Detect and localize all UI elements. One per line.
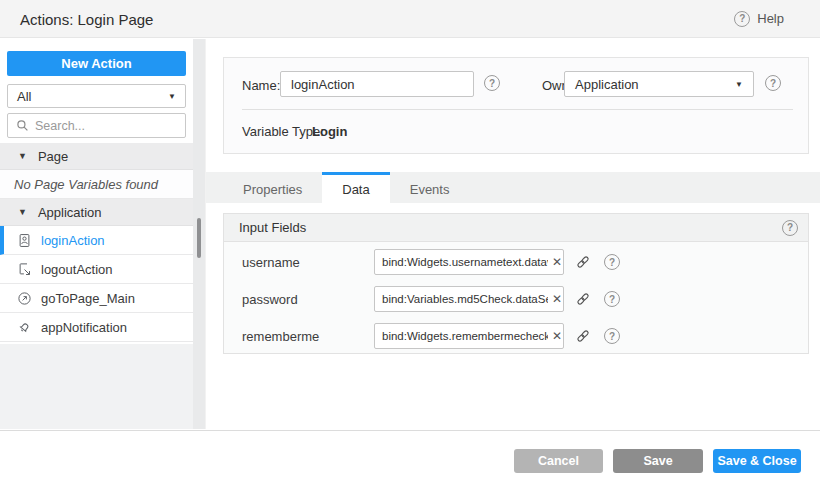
- field-label: rememberme: [242, 329, 374, 344]
- name-input[interactable]: [280, 71, 474, 97]
- sidebar-scrollbar-thumb[interactable]: [197, 218, 201, 258]
- variables-sidebar: New Action All ▼ ▼ Page No Page Variable…: [0, 39, 193, 429]
- save-button[interactable]: Save: [613, 449, 703, 473]
- input-fields-header: Input Fields ?: [224, 214, 808, 242]
- field-help-icon[interactable]: ?: [604, 254, 620, 270]
- search-input[interactable]: [35, 119, 177, 133]
- bind-link-icon[interactable]: [575, 291, 591, 307]
- page-title: Actions: Login Page: [20, 10, 153, 27]
- bind-link-icon[interactable]: [575, 328, 591, 344]
- dialog-header: Actions: Login Page ? Help: [0, 0, 820, 38]
- sidebar-item-logoutaction[interactable]: logoutAction: [0, 255, 193, 284]
- tree-group-application-label: Application: [38, 205, 102, 220]
- input-fields-body: username ✕ ? password: [224, 242, 808, 349]
- logout-action-icon: [17, 262, 32, 277]
- clear-binding-icon[interactable]: ✕: [550, 255, 564, 269]
- chevron-down-icon: ▼: [735, 80, 743, 89]
- input-fields-help-icon[interactable]: ?: [782, 220, 798, 236]
- notification-icon: [17, 320, 32, 335]
- scope-filter-select[interactable]: All ▼: [7, 84, 186, 108]
- login-action-icon: [17, 233, 32, 248]
- field-row-password: password ✕ ?: [224, 286, 808, 312]
- input-fields-panel: Input Fields ? username ✕: [223, 213, 809, 354]
- chevron-down-icon: ▼: [168, 92, 176, 101]
- tree-group-page[interactable]: ▼ Page: [0, 143, 193, 170]
- field-row-rememberme: rememberme ✕ ?: [224, 323, 808, 349]
- sidebar-empty-area: [0, 344, 193, 429]
- tab-bar: Properties Data Events: [206, 172, 820, 203]
- save-and-close-button[interactable]: Save & Close: [713, 449, 801, 473]
- help-link[interactable]: ? Help: [734, 11, 784, 27]
- clear-binding-icon[interactable]: ✕: [550, 329, 564, 343]
- search-box: [7, 113, 186, 138]
- new-action-button[interactable]: New Action: [7, 51, 186, 76]
- field-label: password: [242, 292, 374, 307]
- dialog-footer: Cancel Save Save & Close: [0, 430, 820, 486]
- field-help-icon[interactable]: ?: [604, 291, 620, 307]
- name-help-icon[interactable]: ?: [484, 75, 500, 91]
- sidebar-item-label: logoutAction: [41, 262, 113, 277]
- owner-select-value: Application: [575, 77, 639, 92]
- scope-filter-value: All: [17, 89, 31, 104]
- main-panel: Name: * ? Owner: * Application ▼ ? Varia…: [205, 39, 820, 429]
- tree-group-application[interactable]: ▼ Application: [0, 199, 193, 226]
- collapse-triangle-icon: ▼: [18, 151, 27, 161]
- sidebar-item-label: appNotification: [41, 320, 127, 335]
- cancel-button[interactable]: Cancel: [514, 449, 603, 473]
- sidebar-scrollbar-track[interactable]: [193, 39, 205, 429]
- bind-link-icon[interactable]: [575, 254, 591, 270]
- divider: [242, 109, 793, 110]
- variable-type-value: Login: [312, 124, 347, 139]
- username-bind-input[interactable]: [374, 249, 564, 275]
- tab-events[interactable]: Events: [390, 172, 470, 203]
- sidebar-item-appnotification[interactable]: appNotification: [0, 313, 193, 342]
- owner-help-icon[interactable]: ?: [765, 75, 781, 91]
- owner-select[interactable]: Application ▼: [564, 71, 754, 97]
- field-label: username: [242, 255, 374, 270]
- sidebar-item-gotopage-main[interactable]: goToPage_Main: [0, 284, 193, 313]
- rememberme-bind-input[interactable]: [374, 323, 564, 349]
- tab-data[interactable]: Data: [322, 172, 389, 203]
- page-empty-message: No Page Variables found: [0, 170, 193, 199]
- help-icon: ?: [734, 11, 750, 27]
- search-icon: [16, 119, 29, 132]
- sidebar-item-loginaction[interactable]: loginAction: [0, 226, 193, 255]
- footer-buttons: Cancel Save Save & Close: [514, 449, 801, 473]
- goto-page-icon: [17, 291, 32, 306]
- collapse-triangle-icon: ▼: [18, 207, 27, 217]
- input-fields-title: Input Fields: [239, 220, 306, 235]
- variable-summary-box: Name: * ? Owner: * Application ▼ ? Varia…: [223, 57, 809, 154]
- tree-group-page-label: Page: [38, 149, 68, 164]
- help-label: Help: [757, 11, 784, 26]
- tab-properties[interactable]: Properties: [223, 172, 322, 203]
- sidebar-item-label: goToPage_Main: [41, 291, 135, 306]
- field-help-icon[interactable]: ?: [604, 328, 620, 344]
- password-bind-input[interactable]: [374, 286, 564, 312]
- field-row-username: username ✕ ?: [224, 249, 808, 275]
- sidebar-item-label: loginAction: [41, 233, 105, 248]
- clear-binding-icon[interactable]: ✕: [550, 292, 564, 306]
- variables-tree: ▼ Page No Page Variables found ▼ Applica…: [0, 143, 193, 342]
